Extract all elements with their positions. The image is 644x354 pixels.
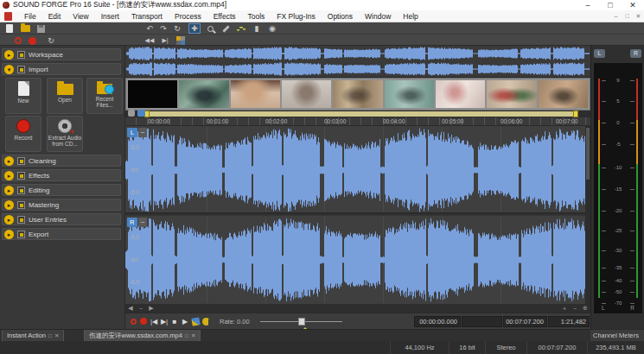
right-channel-waveform[interactable] <box>125 217 590 303</box>
sidebar-section-user-entries[interactable]: ▸ User Entries <box>2 213 121 225</box>
menu-insert[interactable]: Insert <box>95 10 125 22</box>
go-to-start-icon[interactable]: ◀◀ <box>143 35 156 46</box>
edit-tool-icon[interactable]: ✚ <box>188 23 201 34</box>
close-icon[interactable]: ✕ <box>622 0 644 10</box>
pencil-tool-icon[interactable] <box>220 23 232 34</box>
minimize-icon[interactable]: – <box>577 0 599 10</box>
play-plugin-chain-icon[interactable] <box>190 316 201 327</box>
play-icon[interactable]: ▶ <box>180 316 190 327</box>
horizontal-scrollbar[interactable]: ◀ − ▶ + − ⊕ <box>125 304 590 313</box>
overview-bar[interactable] <box>125 46 590 78</box>
channel-meters-title[interactable]: Channel Meters □ <box>590 329 644 341</box>
repeat-icon[interactable]: ↻ <box>171 23 183 34</box>
video-thumbnail[interactable] <box>539 80 588 108</box>
menu-transport[interactable]: Transport <box>125 10 169 22</box>
rate-slider[interactable] <box>260 316 342 327</box>
left-channel-waveform[interactable] <box>125 127 590 213</box>
video-thumbnail[interactable] <box>333 80 382 108</box>
sidebar-section-mastering[interactable]: ▸ Mastering <box>2 199 121 211</box>
overview-left-waveform[interactable] <box>126 47 590 60</box>
envelope-tool-icon[interactable] <box>235 23 247 34</box>
sidebar-section-cleaning[interactable]: ▸ Cleaning <box>2 155 121 167</box>
right-channel[interactable]: R – -6.0 -Inf. -6.0 <box>125 216 590 304</box>
collapse-channel-icon[interactable]: – <box>138 218 147 227</box>
redo-icon[interactable]: ↷ <box>157 23 169 34</box>
record-icon[interactable] <box>138 316 149 327</box>
sidebar-section-workspace[interactable]: ▸ Workspace <box>2 48 121 60</box>
save-file-icon[interactable] <box>35 23 47 34</box>
left-channel-button[interactable]: L <box>127 128 137 137</box>
overview-right-waveform[interactable] <box>126 62 590 76</box>
sidebar-section-editing[interactable]: ▸ Editing <box>2 184 121 196</box>
record-icon[interactable] <box>26 35 38 46</box>
menu-window[interactable]: Window <box>359 10 397 22</box>
rate-slider-thumb[interactable] <box>298 318 305 326</box>
meter-right-button[interactable]: R <box>630 49 641 58</box>
stop-icon[interactable]: ■ <box>169 316 180 327</box>
menu-edit[interactable]: Edit <box>42 10 67 22</box>
mdi-close-icon[interactable]: ✕ <box>633 13 644 20</box>
time-ruler[interactable]: 00:00:00 00:01:00 00:02:00 00:03:00 00:0… <box>125 117 590 126</box>
undo-icon[interactable]: ↶ <box>143 23 156 34</box>
float-panel-icon[interactable]: □ <box>48 332 52 338</box>
new-button[interactable]: New <box>5 78 41 114</box>
scroll-right-icon[interactable]: ▶ <box>146 305 156 312</box>
mdi-restore-icon[interactable]: □ <box>622 13 633 19</box>
instant-action-tab[interactable]: Instant Action □ ✕ <box>2 330 64 342</box>
right-channel-button[interactable]: R <box>127 218 137 227</box>
extract-audio-button[interactable]: Extract Audio from CD... <box>47 116 83 152</box>
left-channel[interactable]: L – -6.0 -Inf. -6.0 <box>125 126 590 214</box>
menu-process[interactable]: Process <box>169 10 207 22</box>
close-window-icon[interactable]: ✕ <box>191 332 195 339</box>
restore-icon[interactable]: □ <box>599 0 622 10</box>
recent-files-button[interactable]: Recent Files... <box>86 78 123 114</box>
loop-region[interactable] <box>146 111 577 117</box>
menu-options[interactable]: Options <box>322 10 359 22</box>
remote-record-icon[interactable] <box>12 35 24 46</box>
magnify-tool-icon[interactable] <box>204 23 216 34</box>
lock-icon[interactable] <box>128 110 135 117</box>
go-to-start-icon[interactable]: |◀ <box>149 316 159 327</box>
open-file-icon[interactable] <box>19 23 31 34</box>
audio-icon[interactable] <box>137 110 145 117</box>
loop-end-handle[interactable] <box>573 111 578 117</box>
new-file-icon[interactable] <box>3 23 16 34</box>
zoom-in-time-icon[interactable]: + <box>559 306 570 312</box>
collapse-channel-icon[interactable]: – <box>138 128 147 137</box>
close-panel-icon[interactable]: ✕ <box>54 332 59 339</box>
float-window-icon[interactable]: □ <box>185 332 188 338</box>
zoom-out-level-icon[interactable]: − <box>570 306 580 312</box>
go-to-end-icon[interactable]: ▶| <box>159 35 171 46</box>
menu-tools[interactable]: Tools <box>242 10 271 22</box>
menu-effects[interactable]: Effects <box>207 10 242 22</box>
record-button[interactable]: Record <box>5 116 41 152</box>
sidebar-section-export[interactable]: ▸ Export <box>2 228 121 240</box>
video-thumbnail[interactable] <box>231 80 280 108</box>
zoom-selection-icon[interactable]: ⊕ <box>580 305 590 312</box>
menu-file[interactable]: File <box>18 10 42 22</box>
event-tool-icon[interactable]: ▮ <box>251 23 263 34</box>
video-thumbnail[interactable] <box>487 80 536 108</box>
zoom-out-time-icon[interactable]: − <box>136 306 146 312</box>
menu-view[interactable]: View <box>67 10 94 22</box>
sidebar-section-effects[interactable]: ▸ Effects <box>2 169 121 181</box>
document-tab[interactable]: 伤速的安详www.ssdax.com.mp4 □ ✕ <box>84 330 201 342</box>
video-thumbnail[interactable] <box>179 80 228 108</box>
menu-fx-plugins[interactable]: FX Plug-Ins <box>271 10 321 22</box>
video-thumbnail[interactable] <box>128 80 177 108</box>
touch-tool-icon[interactable]: ◉ <box>266 23 278 34</box>
mixer-icon[interactable] <box>175 35 187 46</box>
menu-help[interactable]: Help <box>397 10 424 22</box>
loop-playback-icon[interactable] <box>201 316 211 327</box>
video-thumbnail[interactable] <box>282 80 331 108</box>
video-thumbnail[interactable] <box>385 80 434 108</box>
video-thumbnail[interactable] <box>436 80 485 108</box>
sidebar-section-import[interactable]: ▾ Import <box>2 63 121 75</box>
loop-playback-icon[interactable]: ↻ <box>45 35 57 46</box>
go-to-end-icon[interactable]: ▶| <box>159 316 169 327</box>
remote-record-icon[interactable] <box>128 316 138 327</box>
open-button[interactable]: Open <box>47 78 83 114</box>
loop-region-bar[interactable] <box>125 111 590 117</box>
mdi-minimize-icon[interactable]: – <box>610 13 622 19</box>
scroll-left-icon[interactable]: ◀ <box>125 305 136 312</box>
